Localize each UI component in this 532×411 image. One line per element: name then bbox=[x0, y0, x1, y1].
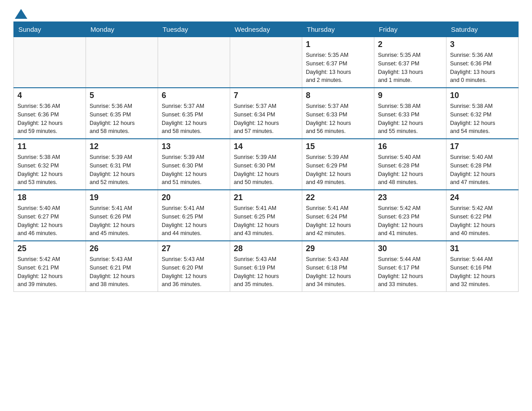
calendar-cell: 19Sunrise: 5:41 AMSunset: 6:26 PMDayligh… bbox=[86, 190, 158, 241]
calendar-cell: 14Sunrise: 5:39 AMSunset: 6:30 PMDayligh… bbox=[230, 139, 302, 190]
logo-triangle-icon bbox=[15, 9, 27, 19]
calendar-cell: 12Sunrise: 5:39 AMSunset: 6:31 PMDayligh… bbox=[86, 139, 158, 190]
header-sunday: Sunday bbox=[14, 22, 86, 37]
calendar-cell: 4Sunrise: 5:36 AMSunset: 6:36 PMDaylight… bbox=[14, 88, 86, 139]
day-number: 11 bbox=[17, 142, 82, 151]
day-number: 12 bbox=[90, 142, 154, 151]
week-row-4: 18Sunrise: 5:40 AMSunset: 6:27 PMDayligh… bbox=[14, 190, 519, 241]
calendar-cell: 31Sunrise: 5:44 AMSunset: 6:16 PMDayligh… bbox=[446, 241, 519, 292]
calendar-cell: 6Sunrise: 5:37 AMSunset: 6:35 PMDaylight… bbox=[158, 88, 230, 139]
day-number: 2 bbox=[378, 40, 442, 49]
calendar-cell: 21Sunrise: 5:41 AMSunset: 6:25 PMDayligh… bbox=[230, 190, 302, 241]
day-info: Sunrise: 5:37 AMSunset: 6:33 PMDaylight:… bbox=[306, 102, 370, 136]
day-number: 7 bbox=[234, 91, 298, 100]
calendar-cell: 17Sunrise: 5:40 AMSunset: 6:28 PMDayligh… bbox=[446, 139, 519, 190]
day-number: 19 bbox=[90, 193, 154, 202]
day-info: Sunrise: 5:38 AMSunset: 6:32 PMDaylight:… bbox=[17, 153, 82, 187]
day-number: 26 bbox=[90, 244, 154, 253]
calendar-cell: 13Sunrise: 5:39 AMSunset: 6:30 PMDayligh… bbox=[158, 139, 230, 190]
day-number: 5 bbox=[90, 91, 154, 100]
week-row-1: 1Sunrise: 5:35 AMSunset: 6:37 PMDaylight… bbox=[14, 37, 519, 88]
day-number: 28 bbox=[234, 244, 298, 253]
day-info: Sunrise: 5:43 AMSunset: 6:21 PMDaylight:… bbox=[90, 255, 154, 289]
calendar-cell: 3Sunrise: 5:36 AMSunset: 6:36 PMDaylight… bbox=[446, 37, 519, 88]
day-info: Sunrise: 5:36 AMSunset: 6:35 PMDaylight:… bbox=[90, 102, 154, 136]
day-info: Sunrise: 5:41 AMSunset: 6:25 PMDaylight:… bbox=[234, 204, 298, 238]
calendar-cell: 1Sunrise: 5:35 AMSunset: 6:37 PMDaylight… bbox=[302, 37, 374, 88]
day-number: 13 bbox=[162, 142, 226, 151]
header-friday: Friday bbox=[374, 22, 446, 37]
day-number: 6 bbox=[162, 91, 226, 100]
day-info: Sunrise: 5:37 AMSunset: 6:35 PMDaylight:… bbox=[162, 102, 226, 136]
day-number: 27 bbox=[162, 244, 226, 253]
day-info: Sunrise: 5:36 AMSunset: 6:36 PMDaylight:… bbox=[17, 102, 82, 136]
day-number: 29 bbox=[306, 244, 370, 253]
day-info: Sunrise: 5:41 AMSunset: 6:24 PMDaylight:… bbox=[306, 204, 370, 238]
day-number: 23 bbox=[378, 193, 442, 202]
day-number: 31 bbox=[450, 244, 515, 253]
calendar-table: Sunday Monday Tuesday Wednesday Thursday… bbox=[13, 21, 519, 292]
day-number: 30 bbox=[378, 244, 442, 253]
day-number: 9 bbox=[378, 91, 442, 100]
calendar-cell: 23Sunrise: 5:42 AMSunset: 6:23 PMDayligh… bbox=[374, 190, 446, 241]
day-number: 15 bbox=[306, 142, 370, 151]
day-info: Sunrise: 5:42 AMSunset: 6:22 PMDaylight:… bbox=[450, 204, 515, 238]
calendar-cell: 11Sunrise: 5:38 AMSunset: 6:32 PMDayligh… bbox=[14, 139, 86, 190]
calendar-cell: 30Sunrise: 5:44 AMSunset: 6:17 PMDayligh… bbox=[374, 241, 446, 292]
calendar-cell: 24Sunrise: 5:42 AMSunset: 6:22 PMDayligh… bbox=[446, 190, 519, 241]
day-number: 8 bbox=[306, 91, 370, 100]
day-info: Sunrise: 5:39 AMSunset: 6:31 PMDaylight:… bbox=[90, 153, 154, 187]
day-number: 1 bbox=[306, 40, 370, 49]
day-info: Sunrise: 5:40 AMSunset: 6:28 PMDaylight:… bbox=[450, 153, 515, 187]
day-info: Sunrise: 5:35 AMSunset: 6:37 PMDaylight:… bbox=[306, 51, 370, 85]
calendar-cell: 8Sunrise: 5:37 AMSunset: 6:33 PMDaylight… bbox=[302, 88, 374, 139]
day-number: 17 bbox=[450, 142, 515, 151]
calendar-cell: 10Sunrise: 5:38 AMSunset: 6:32 PMDayligh… bbox=[446, 88, 519, 139]
day-info: Sunrise: 5:43 AMSunset: 6:19 PMDaylight:… bbox=[234, 255, 298, 289]
calendar-cell bbox=[158, 37, 230, 88]
day-number: 3 bbox=[450, 40, 515, 49]
header-tuesday: Tuesday bbox=[158, 22, 230, 37]
day-number: 24 bbox=[450, 193, 515, 202]
day-info: Sunrise: 5:41 AMSunset: 6:26 PMDaylight:… bbox=[90, 204, 154, 238]
day-number: 25 bbox=[17, 244, 82, 253]
day-number: 21 bbox=[234, 193, 298, 202]
header-monday: Monday bbox=[86, 22, 158, 37]
calendar-cell: 22Sunrise: 5:41 AMSunset: 6:24 PMDayligh… bbox=[302, 190, 374, 241]
day-number: 4 bbox=[17, 91, 82, 100]
calendar-cell: 5Sunrise: 5:36 AMSunset: 6:35 PMDaylight… bbox=[86, 88, 158, 139]
day-info: Sunrise: 5:44 AMSunset: 6:16 PMDaylight:… bbox=[450, 255, 515, 289]
header-wednesday: Wednesday bbox=[230, 22, 302, 37]
calendar-cell: 28Sunrise: 5:43 AMSunset: 6:19 PMDayligh… bbox=[230, 241, 302, 292]
calendar-cell: 25Sunrise: 5:42 AMSunset: 6:21 PMDayligh… bbox=[14, 241, 86, 292]
day-info: Sunrise: 5:39 AMSunset: 6:30 PMDaylight:… bbox=[234, 153, 298, 187]
day-number: 10 bbox=[450, 91, 515, 100]
calendar-cell: 9Sunrise: 5:38 AMSunset: 6:33 PMDaylight… bbox=[374, 88, 446, 139]
day-number: 22 bbox=[306, 193, 370, 202]
calendar-cell: 20Sunrise: 5:41 AMSunset: 6:25 PMDayligh… bbox=[158, 190, 230, 241]
day-info: Sunrise: 5:44 AMSunset: 6:17 PMDaylight:… bbox=[378, 255, 442, 289]
weekday-header-row: Sunday Monday Tuesday Wednesday Thursday… bbox=[14, 22, 519, 37]
week-row-2: 4Sunrise: 5:36 AMSunset: 6:36 PMDaylight… bbox=[14, 88, 519, 139]
week-row-5: 25Sunrise: 5:42 AMSunset: 6:21 PMDayligh… bbox=[14, 241, 519, 292]
calendar-cell: 27Sunrise: 5:43 AMSunset: 6:20 PMDayligh… bbox=[158, 241, 230, 292]
day-info: Sunrise: 5:37 AMSunset: 6:34 PMDaylight:… bbox=[234, 102, 298, 136]
day-info: Sunrise: 5:38 AMSunset: 6:33 PMDaylight:… bbox=[378, 102, 442, 136]
calendar-cell: 29Sunrise: 5:43 AMSunset: 6:18 PMDayligh… bbox=[302, 241, 374, 292]
day-info: Sunrise: 5:43 AMSunset: 6:18 PMDaylight:… bbox=[306, 255, 370, 289]
day-number: 16 bbox=[378, 142, 442, 151]
calendar-cell: 26Sunrise: 5:43 AMSunset: 6:21 PMDayligh… bbox=[86, 241, 158, 292]
header-saturday: Saturday bbox=[446, 22, 519, 37]
day-info: Sunrise: 5:35 AMSunset: 6:37 PMDaylight:… bbox=[378, 51, 442, 85]
calendar-cell: 15Sunrise: 5:39 AMSunset: 6:29 PMDayligh… bbox=[302, 139, 374, 190]
calendar-cell: 16Sunrise: 5:40 AMSunset: 6:28 PMDayligh… bbox=[374, 139, 446, 190]
day-info: Sunrise: 5:43 AMSunset: 6:20 PMDaylight:… bbox=[162, 255, 226, 289]
calendar-cell: 7Sunrise: 5:37 AMSunset: 6:34 PMDaylight… bbox=[230, 88, 302, 139]
calendar-cell bbox=[86, 37, 158, 88]
calendar-cell: 2Sunrise: 5:35 AMSunset: 6:37 PMDaylight… bbox=[374, 37, 446, 88]
day-info: Sunrise: 5:39 AMSunset: 6:29 PMDaylight:… bbox=[306, 153, 370, 187]
page-header bbox=[13, 9, 519, 17]
calendar-cell: 18Sunrise: 5:40 AMSunset: 6:27 PMDayligh… bbox=[14, 190, 86, 241]
calendar-cell bbox=[230, 37, 302, 88]
logo bbox=[13, 9, 29, 17]
